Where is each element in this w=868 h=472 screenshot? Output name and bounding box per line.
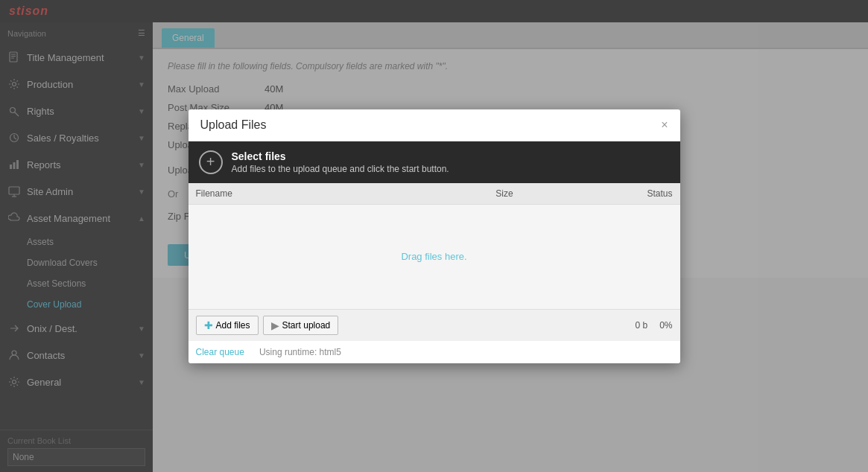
col-size: Size bbox=[393, 183, 521, 205]
select-files-desc: Add files to the upload queue and click … bbox=[232, 164, 449, 174]
modal-bottom: Clear queue Using runtime: html5 bbox=[189, 341, 680, 363]
add-files-circle-button[interactable]: + bbox=[199, 150, 223, 174]
start-icon: ▶ bbox=[271, 319, 279, 331]
modal-close-button[interactable]: × bbox=[661, 119, 668, 131]
clear-queue-link[interactable]: Clear queue bbox=[196, 347, 244, 357]
drag-text: Drag files here. bbox=[401, 251, 466, 262]
add-files-label: Add files bbox=[216, 320, 250, 331]
file-table: Filename Size Status bbox=[189, 183, 680, 205]
add-icon: ✚ bbox=[204, 319, 213, 331]
total-percent: 0% bbox=[659, 320, 672, 331]
modal-footer: ✚ Add files ▶ Start upload 0 b 0% bbox=[189, 309, 680, 341]
upload-select-bar: + Select files Add files to the upload q… bbox=[189, 141, 680, 183]
footer-stats: 0 b 0% bbox=[635, 320, 672, 331]
modal-title: Upload Files bbox=[200, 118, 267, 132]
file-drop-area[interactable]: Drag files here. bbox=[189, 205, 680, 309]
total-size: 0 b bbox=[635, 320, 647, 331]
upload-select-text: Select files Add files to the upload que… bbox=[232, 150, 449, 174]
modal-body: + Select files Add files to the upload q… bbox=[189, 141, 680, 309]
select-files-title: Select files bbox=[232, 150, 449, 162]
upload-modal: Upload Files × + Select files Add files … bbox=[189, 109, 680, 363]
add-files-button[interactable]: ✚ Add files bbox=[196, 316, 259, 335]
col-status: Status bbox=[521, 183, 680, 205]
modal-header: Upload Files × bbox=[189, 109, 680, 141]
col-filename: Filename bbox=[189, 183, 393, 205]
start-upload-label: Start upload bbox=[282, 320, 331, 331]
runtime-text: Using runtime: html5 bbox=[259, 347, 341, 357]
modal-overlay: Upload Files × + Select files Add files … bbox=[0, 0, 868, 472]
start-upload-button[interactable]: ▶ Start upload bbox=[263, 316, 339, 335]
